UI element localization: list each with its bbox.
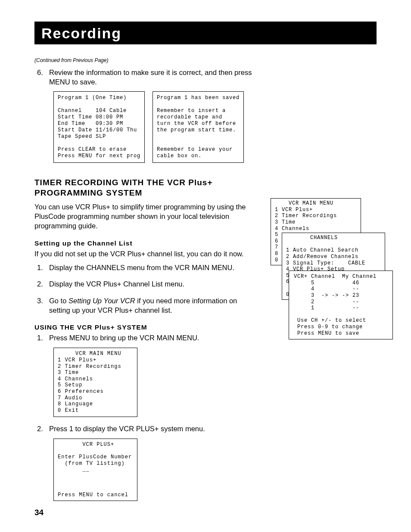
page-number: 34 xyxy=(34,508,44,517)
step-number: 2. xyxy=(34,424,49,433)
setup-step-2: 2. Display the VCR Plus+ Channel List me… xyxy=(34,279,254,289)
step-6: 6. Review the information to make sure i… xyxy=(34,68,254,87)
step-number: 1. xyxy=(34,333,49,342)
using-step-2: 2. Press 1 to display the VCR PLUS+ syst… xyxy=(34,424,254,433)
step-text: Display the CHANNELS menu from the VCR M… xyxy=(49,263,254,272)
figure-box-vcrplus-channel: VCR+ Channel My Channel 5 46 4 -- 3 -> -… xyxy=(289,271,393,339)
screen-saved: Program 1 has been saved Remember to ins… xyxy=(153,91,244,163)
step-number: 6. xyxy=(34,68,49,87)
t1: Go to xyxy=(49,297,68,305)
heading-using: USING THE VCR Plus+ SYSTEM xyxy=(34,324,254,331)
setup-step-3: 3. Go to Setting Up Your VCR if you need… xyxy=(34,296,254,315)
step-number: 1. xyxy=(34,263,49,272)
section-title: Recording xyxy=(41,25,121,41)
para-timer: You can use VCR Plus+ to simplify timer … xyxy=(34,202,254,231)
step-text: Go to Setting Up Your VCR if you need mo… xyxy=(49,296,254,315)
screen-vcrplus: VCR PLUS+ Enter PlusCode Number (from TV… xyxy=(53,439,137,501)
continued-note: (Continued from Previous Page) xyxy=(34,57,377,63)
heading-timer: TIMER RECORDING WITH THE VCR Plus+ PROGR… xyxy=(34,177,254,199)
step-text: Press 1 to display the VCR PLUS+ system … xyxy=(49,424,254,433)
nested-menu-figure: VCR MAIN MENU 1 VCR Plus+ 2 Timer Record… xyxy=(271,198,395,336)
setup-step-1: 1. Display the CHANNELS menu from the VC… xyxy=(34,263,254,272)
step-text: Press MENU to bring up the VCR MAIN MENU… xyxy=(49,333,254,342)
screen-program1: Program 1 (One Time) Channel 104 Cable S… xyxy=(53,91,145,163)
para-setup: If you did not set up the VCR Plus+ chan… xyxy=(34,249,254,258)
step-number: 2. xyxy=(34,279,49,289)
step-number: 3. xyxy=(34,296,49,315)
t-italic: Setting Up Your VCR xyxy=(68,297,135,305)
step-text: Review the information to make sure it i… xyxy=(49,68,254,87)
using-step-1: 1. Press MENU to bring up the VCR MAIN M… xyxy=(34,333,254,342)
step-text: Display the VCR Plus+ Channel List menu. xyxy=(49,279,254,289)
section-header: Recording xyxy=(34,22,377,44)
screens-row-1: Program 1 (One Time) Channel 104 Cable S… xyxy=(53,91,254,163)
heading-setup-channel: Setting up the Channel List xyxy=(34,240,254,247)
screen-mainmenu: VCR MAIN MENU 1 VCR Plus+ 2 Timer Record… xyxy=(53,348,137,417)
